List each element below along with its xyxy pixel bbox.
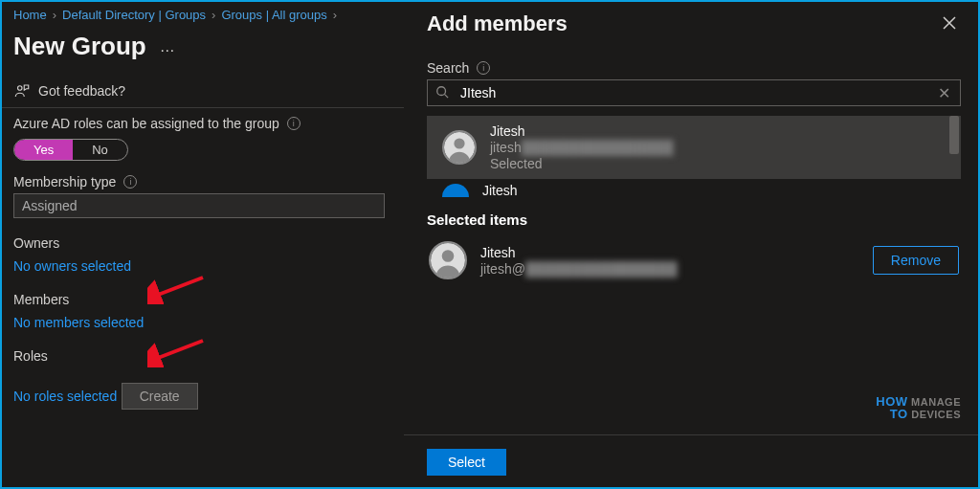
breadcrumb-item-directory[interactable]: Default Directory | Groups bbox=[62, 8, 206, 22]
breadcrumb: Home › Default Directory | Groups › Grou… bbox=[13, 8, 392, 22]
info-icon[interactable]: i bbox=[287, 117, 301, 130]
create-button[interactable]: Create bbox=[122, 383, 198, 410]
search-result-item[interactable]: Jitesh jitesh████████████████ Selected bbox=[427, 116, 961, 179]
feedback-label: Got feedback? bbox=[38, 83, 125, 99]
result-name: Jitesh bbox=[490, 123, 673, 139]
breadcrumb-item-groups[interactable]: Groups | All groups bbox=[221, 8, 326, 22]
close-icon bbox=[942, 15, 957, 31]
result-status: Selected bbox=[490, 156, 673, 171]
remove-button[interactable]: Remove bbox=[873, 246, 959, 275]
chevron-right-icon: › bbox=[212, 8, 215, 22]
person-feedback-icon bbox=[13, 82, 31, 100]
chevron-right-icon: › bbox=[333, 8, 337, 22]
search-box[interactable]: ✕ bbox=[427, 79, 961, 106]
roles-assignable-toggle[interactable]: Yes No bbox=[13, 139, 128, 161]
owners-link[interactable]: No owners selected bbox=[13, 258, 131, 274]
members-link[interactable]: No members selected bbox=[13, 315, 144, 330]
feedback-link[interactable]: Got feedback? bbox=[13, 82, 392, 100]
chevron-right-icon: › bbox=[53, 8, 56, 22]
select-button[interactable]: Select bbox=[427, 449, 506, 476]
svg-point-0 bbox=[18, 86, 23, 91]
selected-email: jitesh@████████████████ bbox=[480, 261, 678, 277]
info-icon[interactable]: i bbox=[123, 175, 137, 189]
new-group-pane: Home › Default Directory | Groups › Grou… bbox=[2, 2, 404, 487]
page-title: New Group bbox=[13, 32, 146, 61]
clear-search-button[interactable]: ✕ bbox=[928, 84, 960, 102]
svg-point-5 bbox=[442, 250, 455, 262]
result-name: Jitesh bbox=[482, 183, 518, 198]
selected-item: Jitesh jitesh@████████████████ Remove bbox=[427, 237, 961, 283]
svg-point-1 bbox=[437, 86, 446, 95]
breadcrumb-item-home[interactable]: Home bbox=[13, 8, 47, 22]
membership-type-input[interactable] bbox=[13, 193, 385, 218]
roles-link[interactable]: No roles selected bbox=[13, 389, 117, 404]
divider bbox=[2, 107, 404, 108]
search-results: Jitesh jitesh████████████████ Selected J… bbox=[427, 116, 961, 202]
owners-heading: Owners bbox=[13, 235, 392, 251]
info-icon[interactable]: i bbox=[477, 61, 490, 75]
search-input[interactable] bbox=[457, 80, 928, 105]
add-members-panel: Add members Search i ✕ Jitesh ji bbox=[404, 2, 978, 487]
svg-point-3 bbox=[454, 138, 464, 148]
avatar bbox=[429, 241, 467, 279]
close-button[interactable] bbox=[938, 11, 961, 39]
selected-name: Jitesh bbox=[480, 245, 678, 260]
avatar bbox=[442, 184, 469, 197]
roles-heading: Roles bbox=[13, 348, 392, 364]
avatar bbox=[442, 130, 477, 165]
results-scrollbar[interactable] bbox=[947, 116, 961, 202]
more-menu-button[interactable]: … bbox=[160, 38, 177, 56]
members-heading: Members bbox=[13, 292, 392, 307]
result-email: jitesh████████████████ bbox=[490, 140, 673, 155]
membership-type-label: Membership type i bbox=[13, 174, 392, 189]
watermark: HOW MANAGETO DEVICES bbox=[876, 395, 961, 420]
search-icon bbox=[428, 85, 457, 101]
selected-items-heading: Selected items bbox=[427, 211, 961, 228]
panel-footer: Select bbox=[404, 434, 978, 478]
search-result-item[interactable]: Jitesh bbox=[427, 179, 961, 202]
roles-assignable-label: Azure AD roles can be assigned to the gr… bbox=[13, 116, 392, 131]
toggle-no[interactable]: No bbox=[73, 140, 127, 160]
panel-title: Add members bbox=[427, 11, 568, 36]
search-label: Search i bbox=[427, 60, 961, 76]
toggle-yes[interactable]: Yes bbox=[14, 140, 73, 160]
